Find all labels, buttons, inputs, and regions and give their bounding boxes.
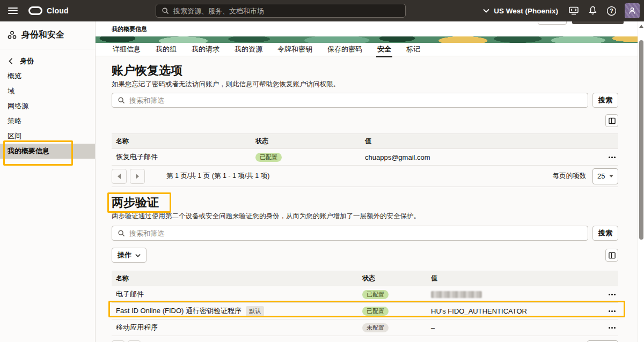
column-settings-icon[interactable] xyxy=(605,114,618,127)
sidebar-item-policies[interactable]: 策略 xyxy=(0,114,95,129)
account-recovery-description: 如果您忘记了密码或者无法访问账户，则此信息可帮助您恢复账户访问权限。 xyxy=(112,80,618,88)
arrow-right-icon xyxy=(136,174,139,179)
oracle-cloud-console: Cloud US West (Phoenix) ? xyxy=(0,0,644,342)
sidebar-navigation: 身份和安全 身份 概览 域 网络源 策略 区间 我的概要信息 xyxy=(0,21,96,342)
default-badge: 默认 xyxy=(246,306,264,316)
tab-tags[interactable]: 标记 xyxy=(405,43,421,56)
partially-hidden-button-light[interactable] xyxy=(538,21,567,25)
sidebar-item-label: 域 xyxy=(8,86,14,96)
tab-saved-passwords[interactable]: 保存的密码 xyxy=(326,43,363,56)
sidebar-item-overview[interactable]: 概览 xyxy=(0,69,95,84)
row-value: HU's FIDO_AUTHENTICATOR xyxy=(427,303,597,319)
sidebar-item-network-sources[interactable]: 网络源 xyxy=(0,99,95,114)
profile-banner-image xyxy=(96,36,644,43)
recovery-search-button[interactable]: 搜索 xyxy=(592,93,618,108)
chevron-down-icon xyxy=(135,254,141,257)
global-search-bar[interactable] xyxy=(156,4,406,18)
scrollbar-thumb[interactable] xyxy=(639,40,643,240)
recovery-filter-field[interactable] xyxy=(112,93,588,108)
per-page-select[interactable]: 25 xyxy=(592,168,618,184)
cloud-shell-icon[interactable] xyxy=(568,5,579,16)
main-content: 我的概要信息 详细信息 我的组 我的请求 我的资源 令牌和密钥 保存的密码 安全… xyxy=(96,21,644,342)
oracle-logo-icon xyxy=(28,6,42,15)
search-icon xyxy=(118,96,125,104)
chevron-down-icon xyxy=(609,175,613,177)
row-actions-icon[interactable] xyxy=(609,294,610,295)
two-step-filter-input[interactable] xyxy=(129,229,582,237)
user-avatar[interactable] xyxy=(625,3,640,18)
two-step-table: 名称 状态 值 电子邮件 已配置 Fast ID Online (FIDO) xyxy=(112,271,618,336)
two-step-toolbar: 操作 xyxy=(112,248,618,263)
sidebar-item-label: 我的概要信息 xyxy=(8,146,49,156)
recovery-search-row: 搜索 xyxy=(112,93,618,108)
per-page-value: 25 xyxy=(597,172,605,180)
sidebar-item-label: 概览 xyxy=(8,71,21,81)
row-actions-icon[interactable] xyxy=(609,157,610,158)
svg-text:?: ? xyxy=(610,8,613,14)
row-actions-icon[interactable] xyxy=(609,310,610,312)
actions-dropdown-button[interactable]: 操作 xyxy=(112,248,147,263)
table-row-fido-factor: Fast ID Online (FIDO) 通行密钥验证程序默认 已配置 HU'… xyxy=(112,303,618,319)
column-header-status: 状态 xyxy=(358,271,427,286)
recovery-filter-input[interactable] xyxy=(129,96,582,105)
search-icon xyxy=(162,7,169,14)
row-actions-icon[interactable] xyxy=(609,327,610,329)
two-step-table-header: 名称 状态 值 xyxy=(112,271,618,286)
sidebar-header: 身份和安全 xyxy=(0,21,95,49)
brand-name: Cloud xyxy=(47,6,69,15)
column-header-name: 名称 xyxy=(112,134,251,149)
chevron-left-icon xyxy=(9,58,13,64)
tab-tokens-keys[interactable]: 令牌和密钥 xyxy=(276,43,313,56)
scroll-up-arrow[interactable] xyxy=(639,25,643,28)
tab-my-requests[interactable]: 我的请求 xyxy=(191,43,221,56)
status-badge: 未配置 xyxy=(362,323,389,332)
sidebar-item-domains[interactable]: 域 xyxy=(0,84,95,99)
partially-hidden-button-dark[interactable] xyxy=(572,21,624,24)
sidebar-item-label: 网络源 xyxy=(8,101,28,111)
two-step-search-row: 搜索 xyxy=(112,226,618,241)
previous-page-button[interactable] xyxy=(112,169,127,184)
region-selector[interactable]: US West (Phoenix) xyxy=(483,7,558,15)
hamburger-menu-icon[interactable] xyxy=(8,8,18,14)
tab-details[interactable]: 详细信息 xyxy=(112,43,142,56)
two-step-description: 两步验证通过使用第二个设备或安全问题来验证您的身份，从而为您的账户增加了一层额外… xyxy=(112,212,618,220)
column-header-value: 值 xyxy=(361,134,597,149)
sidebar-back-label: 身份 xyxy=(20,56,34,66)
sidebar-item-my-profile[interactable]: 我的概要信息 xyxy=(0,144,95,159)
recovery-pagination: 第 1 页/共 1 页 (第 1 - 1 项/共 1 项) 每页的项数 25 xyxy=(112,166,618,187)
next-page-button[interactable] xyxy=(130,169,145,184)
profile-tabs: 详细信息 我的组 我的请求 我的资源 令牌和密钥 保存的密码 安全 标记 xyxy=(96,43,644,56)
notifications-bell-icon[interactable] xyxy=(587,5,598,16)
column-header-status: 状态 xyxy=(251,134,361,149)
table-row-mobile-app-factor: 移动应用程序 未配置 – xyxy=(112,319,618,336)
identity-security-icon xyxy=(8,31,17,40)
global-search-input[interactable] xyxy=(173,7,400,15)
sidebar-title: 身份和安全 xyxy=(21,29,64,41)
search-icon xyxy=(118,229,125,237)
two-step-title: 两步验证 xyxy=(112,196,618,210)
vertical-scrollbar[interactable] xyxy=(638,21,644,342)
region-label: US West (Phoenix) xyxy=(494,7,558,15)
status-badge: 已配置 xyxy=(362,307,389,316)
status-badge: 已配置 xyxy=(362,290,389,299)
tab-my-resources[interactable]: 我的资源 xyxy=(233,43,264,56)
sidebar-back-identity[interactable]: 身份 xyxy=(0,54,95,69)
tab-security[interactable]: 安全 xyxy=(376,43,392,57)
topbar-actions: US West (Phoenix) ? xyxy=(483,0,640,21)
breadcrumb[interactable]: 我的概要信息 xyxy=(112,25,147,33)
tab-my-groups[interactable]: 我的组 xyxy=(155,43,178,56)
help-icon[interactable]: ? xyxy=(606,5,617,16)
brand-logo[interactable]: Cloud xyxy=(28,6,69,15)
row-name: Fast ID Online (FIDO) 通行密钥验证程序默认 xyxy=(112,303,358,319)
sidebar-item-compartments[interactable]: 区间 xyxy=(0,129,95,144)
pagination-text: 第 1 页/共 1 页 (第 1 - 1 项/共 1 项) xyxy=(166,172,269,181)
table-row-recovery-email: 恢复电子邮件 已配置 chuapps@gmail.com xyxy=(112,149,618,166)
column-settings-icon[interactable] xyxy=(605,249,618,262)
redacted-value xyxy=(431,291,482,298)
recovery-table: 名称 状态 值 恢复电子邮件 已配置 chuapps@gmail.com xyxy=(112,133,618,166)
two-step-filter-field[interactable] xyxy=(112,226,588,241)
row-value: chuapps@gmail.com xyxy=(361,149,597,166)
two-step-search-button[interactable]: 搜索 xyxy=(592,226,618,241)
account-recovery-title: 账户恢复选项 xyxy=(112,64,618,78)
row-value: – xyxy=(427,319,597,336)
